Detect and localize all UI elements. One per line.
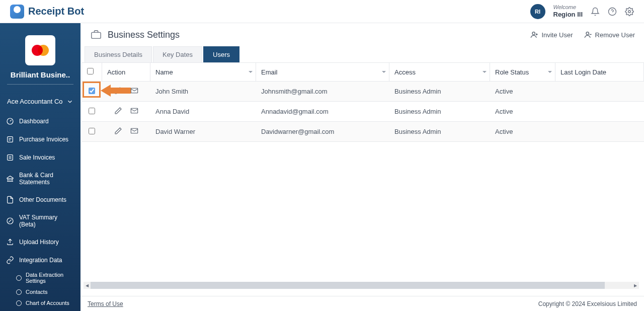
mail-icon[interactable]: [130, 107, 139, 115]
scroll-thumb[interactable]: [91, 282, 605, 289]
cell-last-login: [555, 82, 644, 102]
invite-user-button[interactable]: Invite User: [530, 31, 573, 39]
main-content: Business Settings Invite User Remove Use…: [80, 23, 644, 311]
tab-users[interactable]: Users: [203, 46, 239, 62]
svg-point-8: [532, 32, 535, 35]
company-card: Brilliant Busine..: [0, 35, 80, 90]
column-role-status[interactable]: Role Status: [490, 63, 555, 82]
copyright-text: Copyright © 2024 Excelsious Limited: [538, 300, 637, 307]
briefcase-icon: [90, 29, 103, 40]
table-row: John Smith Johnsmith@gmail.com Business …: [82, 82, 644, 102]
row-checkbox[interactable]: [89, 128, 95, 134]
horizontal-scrollbar[interactable]: ◀ ▶: [84, 282, 639, 289]
select-all-checkbox[interactable]: [87, 68, 94, 74]
cell-last-login: [555, 102, 644, 122]
user-minus-icon: [584, 31, 592, 39]
cell-role-status: Active: [490, 82, 555, 102]
document-icon: [6, 196, 14, 204]
upload-icon: [6, 238, 14, 246]
header-right: RI Welcome Region III: [530, 4, 634, 19]
svg-point-0: [609, 8, 616, 15]
sidebar-item-other-documents[interactable]: Other Documents: [0, 191, 80, 209]
sale-icon: [6, 153, 14, 162]
sort-arrow-icon: [249, 71, 253, 73]
sidebar-item-sale-invoices[interactable]: Sale Invoices: [0, 148, 80, 167]
column-email[interactable]: Email: [256, 63, 389, 82]
sidebar-item-purchase-invoices[interactable]: Purchase Invoices: [0, 130, 80, 148]
sort-arrow-icon: [482, 71, 487, 73]
mail-icon[interactable]: [130, 127, 139, 135]
scroll-left-icon[interactable]: ◀: [84, 282, 91, 289]
purchase-icon: [6, 135, 14, 143]
user-name: Region III: [553, 11, 583, 19]
page-title: Business Settings: [108, 30, 180, 40]
sub-item-payment-methods[interactable]: Payment Methods: [10, 308, 80, 311]
gear-icon[interactable]: [625, 7, 634, 16]
cell-access: Business Admin: [389, 82, 490, 102]
tabs: Business Details Key Dates Users: [80, 42, 644, 62]
column-action: Action: [102, 63, 150, 82]
svg-rect-10: [131, 88, 137, 93]
company-logo: [25, 35, 55, 65]
sidebar: Brilliant Busine.. Ace Accountant Co Das…: [0, 23, 80, 311]
column-name[interactable]: Name: [150, 63, 256, 82]
table-row: David Warner Davidwarner@gmail.com Busin…: [82, 122, 644, 142]
chevron-down-icon: [66, 98, 73, 105]
sidebar-item-bank-card[interactable]: Bank & Card Statements: [0, 167, 80, 191]
cell-access: Business Admin: [389, 102, 490, 122]
cell-email: Davidwarner@gmail.com: [256, 122, 389, 142]
app-logo-icon: [10, 5, 24, 19]
tab-business-details[interactable]: Business Details: [85, 46, 152, 62]
mail-icon[interactable]: [130, 87, 139, 95]
edit-icon[interactable]: [114, 87, 123, 95]
sidebar-item-upload-history[interactable]: Upload History: [0, 233, 80, 251]
logo-area: Receipt Bot: [10, 5, 84, 19]
mastercard-icon: [32, 45, 49, 56]
tab-key-dates[interactable]: Key Dates: [153, 46, 202, 62]
link-icon: [6, 256, 14, 264]
sidebar-item-integration-data[interactable]: Integration Data: [0, 251, 80, 269]
bank-icon: [6, 175, 14, 183]
sidebar-item-vat-summary[interactable]: VAT Summary (Beta): [0, 209, 80, 233]
help-icon[interactable]: [608, 7, 617, 16]
cell-name: Anna David: [150, 102, 256, 122]
accountant-selector[interactable]: Ace Accountant Co: [0, 94, 80, 112]
svg-rect-7: [92, 32, 101, 38]
sub-item-chart-accounts[interactable]: Chart of Accounts: [10, 297, 80, 308]
terms-link[interactable]: Terms of Use: [88, 300, 123, 307]
sidebar-item-dashboard[interactable]: Dashboard: [0, 112, 80, 130]
cell-email: Johnsmith@gmail.com: [256, 82, 389, 102]
edit-icon[interactable]: [114, 107, 123, 115]
sub-item-data-extraction[interactable]: Data Extraction Settings: [10, 269, 80, 286]
scroll-right-icon[interactable]: ▶: [632, 282, 639, 289]
svg-rect-11: [131, 108, 137, 113]
row-checkbox[interactable]: [89, 108, 95, 114]
gauge-icon: [6, 117, 14, 125]
row-checkbox[interactable]: [89, 88, 95, 94]
remove-user-button[interactable]: Remove User: [584, 31, 635, 39]
bell-icon[interactable]: [591, 7, 600, 16]
company-name: Brilliant Busine..: [0, 70, 80, 79]
sort-arrow-icon: [548, 71, 552, 73]
cell-name: John Smith: [150, 82, 256, 102]
svg-rect-4: [8, 137, 13, 142]
edit-icon[interactable]: [114, 127, 123, 135]
user-avatar[interactable]: RI: [530, 4, 545, 19]
sub-item-contacts[interactable]: Contacts: [10, 286, 80, 297]
users-table: Action Name Email Access Role Status Las…: [82, 62, 644, 142]
cell-last-login: [555, 122, 644, 142]
cell-email: Annadavid@gmail.com: [256, 102, 389, 122]
cell-access: Business Admin: [389, 122, 490, 142]
column-last-login[interactable]: Last Login Date: [555, 63, 644, 82]
app-brand-name: Receipt Bot: [28, 6, 84, 17]
footer: Terms of Use Copyright © 2024 Excelsious…: [80, 296, 644, 311]
svg-point-9: [586, 32, 589, 35]
cell-name: David Warner: [150, 122, 256, 142]
welcome-label: Welcome: [553, 4, 583, 11]
cell-role-status: Active: [490, 122, 555, 142]
column-access[interactable]: Access: [389, 63, 490, 82]
cell-role-status: Active: [490, 102, 555, 122]
table-row: Anna David Annadavid@gmail.com Business …: [82, 102, 644, 122]
sort-arrow-icon: [382, 71, 386, 73]
app-header: Receipt Bot RI Welcome Region III: [0, 0, 644, 23]
